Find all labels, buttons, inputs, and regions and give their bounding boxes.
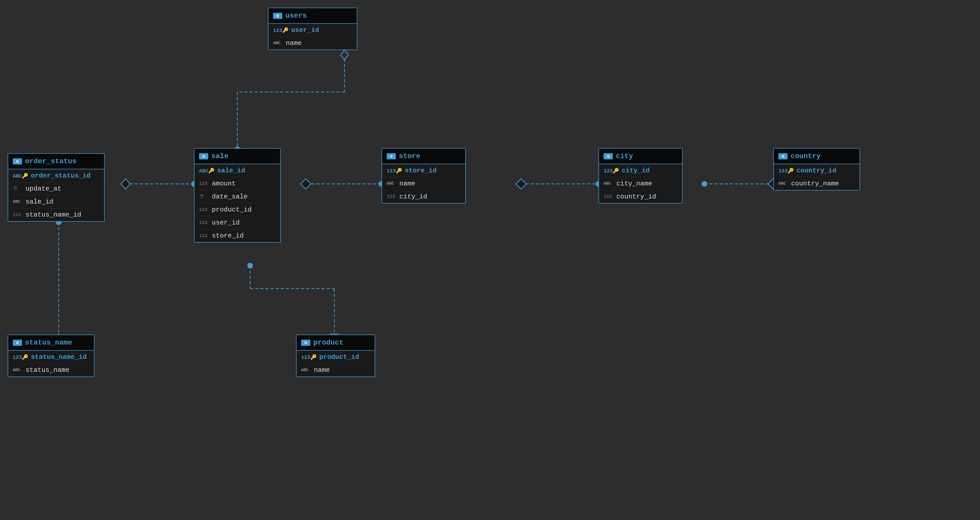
field-name: store_id — [212, 232, 244, 239]
status-name-table: ⊞ status_name 123🔑 status_name_id ABC st… — [8, 335, 94, 377]
table-row: 123 product_id — [194, 203, 280, 216]
field-name: sale_id — [217, 167, 245, 174]
field-name: user_id — [212, 219, 240, 227]
product-header: ⊞ product — [297, 335, 375, 351]
table-row: 123 country_id — [599, 190, 682, 203]
store-table: ⊞ store 123🔑 store_id ABC name 123 city_… — [382, 148, 466, 204]
users-table-body: 123🔑 user_id ABC name — [269, 24, 357, 49]
sale-table-title: sale — [211, 152, 228, 160]
field-name: store_id — [405, 167, 437, 174]
country-header: ⊞ country — [774, 148, 859, 164]
field-name: country_id — [797, 167, 836, 174]
abc-icon: ABC — [13, 368, 23, 372]
svg-marker-7 — [121, 179, 130, 189]
table-row: 123🔑 product_id — [297, 351, 375, 364]
store-header: ⊞ store — [382, 148, 465, 164]
city-body: 123🔑 city_id ABC city_name 123 country_i… — [599, 164, 682, 203]
table-row: ABC name — [297, 364, 375, 376]
num-icon: 123 — [199, 220, 209, 225]
svg-point-24 — [702, 181, 707, 187]
field-name: city_id — [622, 167, 649, 174]
svg-marker-3 — [341, 50, 348, 60]
table-row: 123🔑 city_id — [599, 164, 682, 177]
field-name: status_name_id — [25, 211, 81, 219]
field-name: city_id — [399, 193, 427, 201]
order-status-table: ⊞ order_status ABC🔑 order_status_id ⏱ up… — [8, 153, 105, 222]
table-row: ABC country_name — [774, 177, 859, 190]
time-icon: ⏱ — [13, 186, 23, 192]
key-icon: 123🔑 — [387, 167, 402, 174]
field-name: date_sale — [212, 193, 248, 201]
order-status-body: ABC🔑 order_status_id ⏱ update_at ABC sal… — [8, 169, 104, 221]
country-body: 123🔑 country_id ABC country_name — [774, 164, 859, 190]
table-row: 123 amount — [194, 177, 280, 190]
table-row: 123 store_id — [194, 229, 280, 242]
field-name: order_status_id — [31, 172, 91, 180]
table-row: 123🔑 country_id — [774, 164, 859, 177]
field-name: update_at — [25, 185, 61, 193]
num-icon: 123 — [199, 181, 209, 186]
order-status-title: order_status — [25, 157, 76, 165]
table-row: ABC🔑 sale_id — [194, 164, 280, 177]
users-table-icon: ⊞ — [273, 13, 282, 19]
order-status-header: ⊞ order_status — [8, 154, 104, 169]
product-icon: ⊞ — [301, 340, 310, 346]
num-icon: 123 — [199, 233, 209, 238]
city-icon: ⊞ — [604, 153, 613, 160]
field-name: status_name — [25, 366, 69, 374]
abc-icon: ABC — [778, 181, 789, 186]
store-title: store — [399, 152, 420, 160]
table-row: 123🔑 store_id — [382, 164, 465, 177]
abc-icon: ABC — [387, 181, 397, 186]
table-row: 123🔑 user_id — [269, 24, 357, 37]
diagram-canvas: .connector-line { stroke: #3a9fd5; strok… — [0, 0, 980, 520]
status-name-body: 123🔑 status_name_id ABC status_name — [8, 351, 94, 376]
order-status-icon: ⊞ — [13, 158, 22, 164]
sale-table-icon: ⊞ — [199, 153, 208, 160]
sale-table: ⊞ sale ABC🔑 sale_id 123 amount ⏱ date_sa… — [194, 148, 281, 242]
store-body: 123🔑 store_id ABC name 123 city_id — [382, 164, 465, 203]
field-name: name — [314, 366, 330, 374]
connectors-svg: .connector-line { stroke: #3a9fd5; strok… — [0, 0, 980, 520]
num-icon: 123 — [604, 194, 614, 199]
users-table-header: ⊞ users — [269, 8, 357, 24]
table-row: ABC name — [269, 37, 357, 49]
field-name: status_name_id — [31, 353, 86, 361]
sale-table-body: ABC🔑 sale_id 123 amount ⏱ date_sale 123 … — [194, 164, 280, 242]
num-icon: 123 — [199, 207, 209, 212]
field-name: user_id — [291, 26, 319, 34]
field-name: product_id — [212, 206, 251, 214]
abc-icon: ABC — [273, 41, 283, 45]
status-name-header: ⊞ status_name — [8, 335, 94, 351]
table-row: ABC sale_id — [8, 195, 104, 208]
field-name: city_name — [616, 180, 652, 187]
svg-marker-21 — [516, 179, 526, 189]
city-table: ⊞ city 123🔑 city_id ABC city_name 123 co… — [598, 148, 682, 204]
product-title: product — [313, 339, 344, 346]
status-name-icon: ⊞ — [13, 340, 22, 346]
key-icon: 123🔑 — [301, 354, 317, 360]
table-row: 123🔑 status_name_id — [8, 351, 94, 364]
abc-icon: ABC — [301, 368, 311, 372]
svg-marker-13 — [301, 179, 311, 189]
city-header: ⊞ city — [599, 148, 682, 164]
status-name-title: status_name — [25, 339, 72, 346]
svg-point-18 — [248, 263, 253, 268]
num-icon: 123 — [13, 212, 23, 217]
product-body: 123🔑 product_id ABC name — [297, 351, 375, 376]
table-row: 123 user_id — [194, 216, 280, 229]
field-name: name — [286, 39, 302, 47]
store-icon: ⊞ — [387, 153, 396, 160]
table-row: ABC🔑 order_status_id — [8, 169, 104, 182]
table-row: ABC name — [382, 177, 465, 190]
key-icon: 123🔑 — [778, 167, 794, 174]
product-table: ⊞ product 123🔑 product_id ABC name — [296, 335, 375, 377]
country-icon: ⊞ — [778, 153, 788, 160]
abc-icon: ABC — [13, 199, 23, 204]
key-icon: 123🔑 — [13, 354, 28, 360]
key-icon: 123🔑 — [273, 27, 289, 33]
table-row: ⏱ date_sale — [194, 190, 280, 203]
key-icon: 123🔑 — [604, 167, 619, 174]
country-table: ⊞ country 123🔑 country_id ABC country_na… — [773, 148, 860, 191]
field-name: name — [399, 180, 415, 187]
